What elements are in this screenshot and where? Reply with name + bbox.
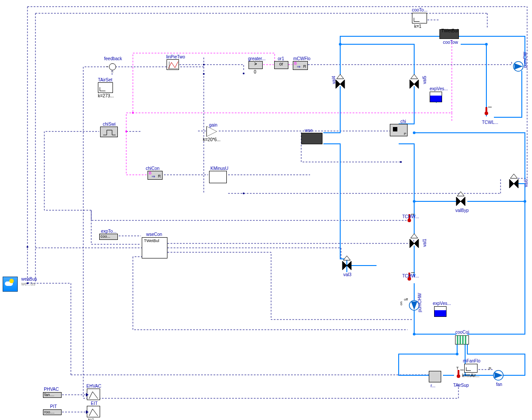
svg-point-26 (457, 374, 460, 378)
cooto-k: k=1 (414, 24, 421, 29)
kminusu-block[interactable] (209, 171, 227, 183)
svg-point-14 (413, 333, 416, 335)
tairset-k-label: k=273... (98, 93, 114, 98)
svg-rect-25 (458, 370, 459, 376)
pump-on-label: on (399, 301, 403, 305)
pit-label: PIT (50, 404, 57, 409)
svg-point-20 (485, 112, 488, 115)
expto-label: expTo... (101, 229, 116, 234)
wsecon-block[interactable]: TWetBul (142, 237, 167, 258)
mcwflo-label: mCWFlo (293, 56, 311, 61)
twetbul-label: TWetBul (441, 28, 458, 33)
svg-point-9 (413, 200, 416, 203)
svg-point-8 (132, 112, 134, 114)
phvac-text: fan.... (44, 393, 54, 397)
chiswi-block[interactable] (100, 127, 118, 137)
mfanflo-k: k=mAir... (462, 373, 479, 378)
svg-point-1 (203, 73, 205, 75)
cooto-block[interactable] (412, 13, 427, 23)
greater-block[interactable]: > (249, 61, 263, 69)
arrow: ⇒ (297, 64, 300, 69)
pit-block[interactable]: roo.... (43, 409, 62, 415)
svg-point-15 (456, 353, 458, 355)
tairset-label: TAirSet (98, 77, 113, 82)
weather-data-icon (3, 277, 18, 292)
svg-point-7 (125, 131, 127, 132)
chicon-arrow: ⇒ (151, 174, 155, 179)
eit-k: k=1 (88, 417, 94, 420)
phvac-label: PHVAC (44, 387, 59, 392)
expto-block[interactable]: coo... (99, 234, 118, 240)
feedback-label: feedback (104, 56, 122, 61)
mfanflo-label: mFanFlo (463, 358, 480, 363)
room-label: r... (431, 383, 435, 388)
svg-point-6 (27, 246, 28, 248)
svg-point-3 (243, 73, 245, 74)
room-block[interactable] (429, 371, 441, 382)
gain-block[interactable] (206, 126, 217, 137)
minus-sign-2: − (111, 69, 114, 74)
valbyp-label: valByp (455, 208, 469, 213)
tairsup-t: T (456, 366, 459, 370)
chi-p: P (404, 132, 406, 136)
pumchw-label: pumCHW (417, 293, 422, 312)
svg-point-16 (513, 62, 523, 71)
or1-block[interactable]: or (274, 61, 288, 69)
tcwl-label: TCWL... (482, 120, 498, 125)
cootow-label: cooTow (443, 40, 458, 45)
svg-point-13 (524, 200, 526, 203)
phvac-block[interactable]: fan.... (43, 392, 62, 398)
linpietwo-label: linPieTwo (166, 54, 185, 59)
val4-label: val4 (331, 76, 336, 84)
svg-point-11 (339, 43, 342, 46)
diagram-canvas: weaBus we...us feedback − − TAirSet k=27… (0, 0, 532, 420)
svg-point-18 (493, 370, 503, 380)
weabus-sublabel: we...us (21, 281, 35, 286)
pumcw-label: pumCW (523, 52, 528, 68)
chi-block[interactable]: P (390, 124, 408, 136)
expves1-label: expVes... (430, 86, 448, 91)
fan-p: P (489, 366, 491, 371)
svg-point-2 (243, 193, 245, 194)
svg-rect-27 (455, 335, 469, 344)
fan-label: fan (496, 382, 502, 387)
chicon-block[interactable]: B ⇒ R (148, 171, 163, 180)
expves2-label: expVes... (433, 301, 451, 306)
gt-symbol: > (254, 62, 257, 66)
val6-label: val6 (524, 179, 528, 187)
expves1-block[interactable] (430, 92, 442, 102)
wse-label: wse (305, 128, 313, 133)
weabus-label: weaBus (21, 277, 37, 281)
wsecon-twet: TWetBul (144, 239, 159, 243)
or1-label: or1 (278, 56, 284, 61)
gain-k-label: k=20*6... (203, 137, 221, 142)
kminusu-label: KMinusU (210, 166, 229, 171)
mcwflo-block[interactable]: B ⇒ R (293, 61, 308, 70)
eit-block[interactable] (87, 406, 100, 417)
greater-zero-label: 0 (254, 69, 256, 74)
wse-block[interactable] (301, 133, 322, 144)
expto-text: coo... (101, 234, 110, 239)
pump-off-label: off (404, 297, 408, 301)
tairset-block[interactable] (98, 82, 113, 93)
coocoi-label: cooCoi (455, 330, 469, 335)
svg-point-12 (485, 43, 488, 46)
pit-text: roo.... (44, 410, 54, 414)
greater-label: greater... (248, 56, 265, 61)
val5-label: val5 (422, 76, 427, 84)
val3-label: val3 (343, 272, 351, 277)
linpietwo-block[interactable] (167, 59, 179, 70)
svg-point-4 (400, 161, 402, 163)
expves2-block[interactable] (434, 306, 447, 317)
val1-label: val1 (422, 239, 427, 247)
svg-rect-19 (485, 107, 487, 113)
ehvac-label: EHVAC (86, 384, 101, 389)
or-text: or (280, 62, 283, 66)
tairsup-label: TAirSup (453, 383, 469, 388)
svg-point-0 (203, 64, 205, 66)
ehvac-block[interactable] (87, 389, 100, 400)
cooto-label: cooTo... (412, 8, 427, 12)
mfanflo-block[interactable] (464, 364, 478, 373)
svg-point-22 (408, 219, 411, 222)
wsecon-label: wseCon (146, 232, 162, 237)
